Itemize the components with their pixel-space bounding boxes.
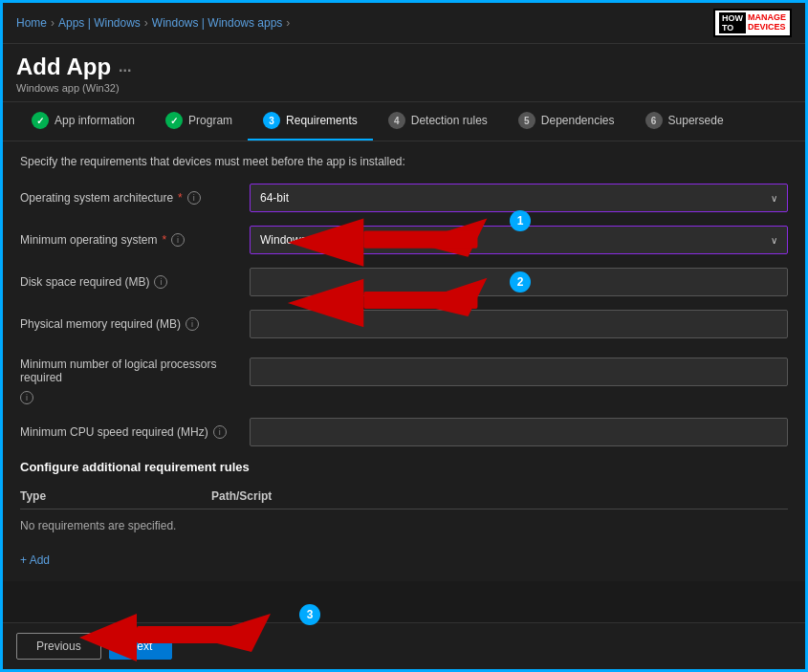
top-bar: Home › Apps | Windows › Windows | Window…: [3, 3, 805, 44]
select-value-min-os: Windows 10 1909: [260, 233, 351, 247]
tab-app-information[interactable]: ✓ App information: [16, 102, 150, 141]
form-row-min-os: Minimum operating system * i Windows 10 …: [20, 226, 788, 254]
required-marker-min-os: *: [162, 233, 166, 247]
add-requirement-link[interactable]: + Add: [20, 553, 50, 567]
input-cpu-speed[interactable]: [250, 418, 788, 446]
logo-how: HOWTO: [719, 12, 746, 33]
breadcrumb-windows-apps[interactable]: Windows | Windows apps: [152, 16, 283, 30]
tab-label-program: Program: [188, 114, 232, 127]
info-icon-processors[interactable]: i: [20, 391, 33, 404]
breadcrumb-home[interactable]: Home: [16, 16, 47, 30]
next-button[interactable]: Next: [109, 633, 173, 660]
col-header-path: Path/Script: [211, 484, 788, 509]
logo-manage: MANAGEDEVICES: [748, 13, 786, 33]
chevron-down-icon-min-os: ∨: [771, 235, 777, 246]
label-os-architecture: Operating system architecture * i: [20, 191, 240, 205]
no-requirements-text: No requirements are specified.: [20, 509, 788, 543]
label-min-os: Minimum operating system * i: [20, 233, 240, 247]
tab-label-detection: Detection rules: [411, 114, 488, 127]
requirements-table: Type Path/Script No requirements are spe…: [20, 484, 788, 542]
chevron-down-icon: ∨: [771, 193, 777, 204]
app-wrapper: Home › Apps | Windows › Windows | Window…: [3, 3, 805, 669]
page-title-text: Add App: [16, 54, 111, 80]
tab-label-supersedence: Supersede: [668, 114, 724, 127]
tabs-bar: ✓ App information ✓ Program 3 Requiremen…: [3, 102, 805, 141]
tab-detection-rules[interactable]: 4 Detection rules: [373, 102, 503, 141]
main-content: Specify the requirements that devices mu…: [3, 141, 805, 581]
input-logical-processors[interactable]: [250, 358, 788, 386]
info-icon-cpu[interactable]: i: [213, 425, 227, 439]
tab-num-detection: 4: [388, 112, 405, 129]
breadcrumb-sep-3: ›: [286, 16, 290, 30]
label-physical-memory: Physical memory required (MB) i: [20, 317, 240, 331]
tab-requirements[interactable]: 3 Requirements: [248, 102, 373, 141]
info-icon-min-os[interactable]: i: [171, 233, 185, 247]
info-icon-memory[interactable]: i: [186, 317, 199, 331]
page-title: Add App ...: [16, 54, 792, 80]
form-row-os-architecture: Operating system architecture * i 64-bit…: [20, 184, 788, 212]
tab-check-program: ✓: [165, 112, 183, 129]
tab-program[interactable]: ✓ Program: [150, 102, 248, 141]
col-header-type: Type: [20, 484, 211, 509]
tab-supersedence[interactable]: 6 Supersede: [630, 102, 739, 141]
tab-num-dependencies: 5: [518, 112, 535, 129]
label-disk-space: Disk space required (MB) i: [20, 275, 240, 289]
breadcrumb: Home › Apps | Windows › Windows | Window…: [16, 16, 290, 30]
tab-dependencies[interactable]: 5 Dependencies: [503, 102, 630, 141]
tab-label-dependencies: Dependencies: [541, 114, 615, 127]
tab-check-app-info: ✓: [32, 112, 49, 129]
previous-button[interactable]: Previous: [16, 633, 101, 660]
label-cpu-speed: Minimum CPU speed required (MHz) i: [20, 425, 240, 439]
tab-num-supersedence: 6: [645, 112, 663, 129]
input-disk-space[interactable]: [250, 268, 788, 296]
select-value-os: 64-bit: [260, 191, 289, 205]
select-os-architecture[interactable]: 64-bit ∨: [250, 184, 788, 212]
page-header: Add App ... Windows app (Win32): [3, 44, 805, 102]
required-marker-os: *: [178, 191, 183, 205]
more-options-button[interactable]: ...: [119, 58, 131, 76]
form-row-physical-memory: Physical memory required (MB) i: [20, 310, 788, 338]
table-row-empty: No requirements are specified.: [20, 509, 788, 543]
label-logical-processors: Minimum number of logical processors req…: [20, 352, 240, 404]
page-subtitle: Windows app (Win32): [16, 82, 792, 94]
tab-num-requirements: 3: [263, 112, 280, 129]
additional-requirements-title: Configure additional requirement rules: [20, 460, 788, 474]
breadcrumb-apps-windows[interactable]: Apps | Windows: [58, 16, 141, 30]
bottom-bar: Previous Next 3: [3, 622, 805, 669]
select-min-os[interactable]: Windows 10 1909 ∨: [250, 226, 788, 254]
breadcrumb-sep-2: ›: [144, 16, 148, 30]
tab-label-app-info: App information: [55, 114, 135, 127]
form-row-disk-space: Disk space required (MB) i: [20, 268, 788, 296]
content-area: Specify the requirements that devices mu…: [3, 141, 805, 622]
form-row-cpu-speed: Minimum CPU speed required (MHz) i: [20, 418, 788, 446]
info-icon-disk[interactable]: i: [154, 275, 167, 289]
info-icon-os[interactable]: i: [187, 191, 201, 205]
form-row-logical-processors: Minimum number of logical processors req…: [20, 352, 788, 404]
breadcrumb-sep-1: ›: [51, 16, 55, 30]
input-physical-memory[interactable]: [250, 310, 788, 338]
logo: HOWTO MANAGEDEVICES: [713, 9, 792, 37]
tab-label-requirements: Requirements: [286, 114, 358, 127]
section-description: Specify the requirements that devices mu…: [20, 155, 788, 168]
